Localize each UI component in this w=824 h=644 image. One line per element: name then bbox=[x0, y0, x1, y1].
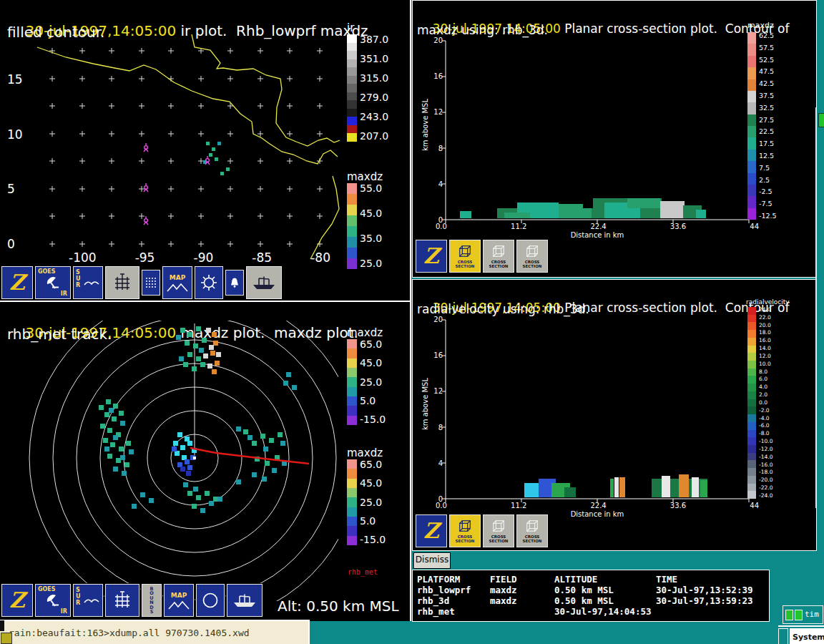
tick-label: 44 bbox=[750, 223, 759, 230]
colorbar-segment bbox=[747, 346, 756, 353]
tick-label: 2.5 bbox=[759, 177, 777, 184]
offscreen-window-titlebar bbox=[818, 113, 824, 127]
tick-label: 12 bbox=[433, 108, 443, 116]
colorbar-segment bbox=[747, 414, 756, 422]
offscreen-window-edge[interactable] bbox=[815, 107, 824, 508]
dot-grid-icon bbox=[144, 276, 157, 289]
radar-colorbar2: 65.045.025.05.0-15.0 bbox=[347, 459, 386, 545]
colorbar-segment bbox=[747, 44, 756, 55]
colorbar-segment bbox=[747, 137, 756, 149]
bounds-button[interactable]: BOUNDS bbox=[142, 584, 162, 617]
ship-platform-button[interactable] bbox=[227, 584, 263, 617]
colorbar-segment bbox=[347, 59, 357, 68]
ship-icon bbox=[252, 275, 276, 291]
colorbar-segment bbox=[747, 422, 756, 430]
colorbar-segment bbox=[347, 100, 357, 109]
cube-icon bbox=[458, 519, 472, 533]
tim-window-fragment[interactable]: tim bbox=[783, 605, 823, 624]
zebra-menu-button[interactable]: Z bbox=[1, 266, 33, 299]
dismiss-button[interactable]: Dismiss bbox=[413, 552, 451, 569]
tick-label: 16 bbox=[433, 72, 443, 80]
sur-label: SUR bbox=[76, 587, 81, 606]
tick-label: 11.2 bbox=[511, 223, 526, 230]
mountains-icon bbox=[167, 283, 188, 292]
cube-icon bbox=[458, 244, 472, 258]
cross-section-button-1[interactable]: CROSSSECTION bbox=[449, 514, 481, 547]
cross-section-button-1[interactable]: CROSSSECTION bbox=[449, 240, 481, 273]
goes-ir-button[interactable]: GOESIR bbox=[35, 266, 71, 299]
radar-grid-button[interactable] bbox=[105, 584, 139, 617]
range-ring-button[interactable] bbox=[196, 584, 225, 617]
colorbar-segment bbox=[347, 507, 357, 517]
sur-platform-button[interactable]: SUR bbox=[73, 266, 103, 299]
maxdz-colorbar-label: maxdz bbox=[347, 170, 383, 183]
terminal-scrollbar-nub[interactable] bbox=[0, 620, 4, 631]
tick-label: -95 bbox=[135, 250, 155, 265]
colorbar-segment bbox=[747, 353, 756, 361]
radar-ppi-plot[interactable] bbox=[0, 321, 338, 601]
tick-label: -85 bbox=[252, 250, 272, 265]
tick-label: 57.5 bbox=[759, 44, 777, 52]
terminal-window[interactable]: rain:beaufait:163>xdump.all 970730.1405.… bbox=[0, 620, 310, 644]
grid-crosses bbox=[49, 48, 323, 247]
colorbar-segment bbox=[747, 150, 756, 161]
latitude-axis: 151050 bbox=[7, 72, 24, 251]
sur-platform-button[interactable]: SUR bbox=[73, 584, 103, 617]
cross-section-label: CROSSSECTION bbox=[523, 260, 542, 268]
scan-mode-button[interactable] bbox=[195, 266, 223, 299]
colorbar-segment bbox=[747, 208, 756, 220]
tick-label: 279.0 bbox=[360, 92, 388, 103]
radar-grid-button[interactable] bbox=[105, 266, 139, 299]
tick-label: 12.5 bbox=[759, 152, 777, 160]
goes-label: GOES bbox=[38, 586, 56, 592]
cross-section-button-3[interactable]: CROSSSECTION bbox=[516, 240, 548, 273]
tick-label: 8 bbox=[438, 145, 443, 152]
cross-section-button-2[interactable]: CROSSSECTION bbox=[483, 514, 514, 547]
ship-track bbox=[190, 448, 309, 464]
grid-antenna-icon bbox=[112, 590, 132, 610]
window-button-icon[interactable] bbox=[795, 610, 803, 620]
cube-icon bbox=[491, 519, 506, 533]
zebra-menu-button[interactable]: Z bbox=[1, 584, 33, 617]
colorbar-segment bbox=[747, 102, 756, 114]
map-label: MAP bbox=[170, 274, 186, 281]
goes-ir-button[interactable]: GOESIR bbox=[35, 584, 71, 617]
cross-section-button-3[interactable]: CROSSSECTION bbox=[516, 514, 548, 547]
map-label: MAP bbox=[171, 592, 187, 599]
radar-echoes bbox=[99, 326, 297, 513]
colorbar-segment bbox=[747, 445, 756, 453]
ship-platform-button[interactable] bbox=[246, 266, 282, 299]
tick-label: 8.0 bbox=[759, 369, 772, 375]
dot-grid-button[interactable] bbox=[142, 270, 160, 296]
tick-label: 45.0 bbox=[360, 208, 382, 219]
colorbar-swatches bbox=[347, 183, 357, 269]
tick-label: 33.6 bbox=[670, 223, 686, 230]
system-menu[interactable]: System bbox=[790, 628, 824, 644]
grid-antenna-icon bbox=[112, 273, 132, 293]
colorbar-segment bbox=[347, 339, 357, 348]
cross-section-button-2[interactable]: CROSSSECTION bbox=[483, 240, 514, 273]
colorbar-segment bbox=[747, 399, 756, 407]
colorbar-segment bbox=[347, 109, 357, 117]
window-button-icon[interactable] bbox=[785, 610, 793, 620]
alarm-button[interactable] bbox=[225, 270, 244, 296]
colorbar-segment bbox=[347, 536, 357, 545]
satellite-dish-icon bbox=[45, 593, 61, 608]
colorbar-segment bbox=[347, 237, 357, 248]
map-overlay-button[interactable]: MAP bbox=[162, 266, 192, 299]
zebra-logo: Z bbox=[9, 590, 25, 611]
tick-label: 17.5 bbox=[759, 140, 777, 147]
tick-label: 65.0 bbox=[360, 459, 386, 470]
satellite-map-plot[interactable] bbox=[0, 34, 340, 260]
zebra-menu-button[interactable]: Z bbox=[416, 514, 447, 547]
colorbar-segment bbox=[347, 226, 357, 237]
xs2-colorbar: 24.022.020.018.016.014.012.010.08.06.04.… bbox=[747, 307, 772, 499]
colorbar-segment bbox=[347, 416, 357, 425]
colorbar-segment bbox=[747, 361, 756, 369]
colorbar-segment bbox=[347, 479, 357, 488]
table-cell: 30-Jul-97,13:59:23 bbox=[656, 595, 769, 606]
terminal-resize-corner[interactable] bbox=[1, 633, 12, 644]
zebra-menu-button[interactable]: Z bbox=[416, 240, 447, 273]
map-overlay-button[interactable]: MAP bbox=[164, 584, 194, 617]
colorbar-segment bbox=[347, 258, 357, 269]
